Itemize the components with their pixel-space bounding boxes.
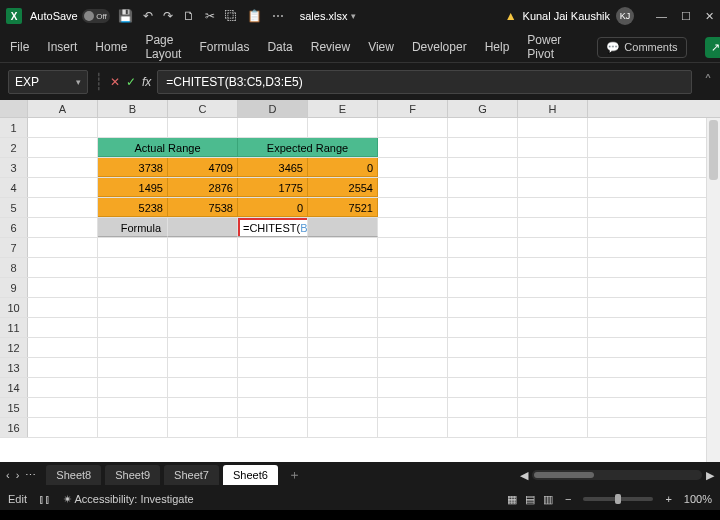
formula-input[interactable]: =CHITEST(B3:C5,D3:E5)	[157, 70, 692, 94]
row-header[interactable]: 8	[0, 258, 28, 277]
sheet-tab[interactable]: Sheet8	[46, 465, 101, 485]
scroll-thumb[interactable]	[709, 120, 718, 180]
close-button[interactable]: ✕	[705, 10, 714, 23]
col-header-c[interactable]: C	[168, 100, 238, 117]
stats-icon[interactable]: ⫿⫿	[39, 493, 51, 505]
share-button[interactable]: ↗	[705, 37, 720, 58]
vertical-scrollbar[interactable]	[706, 118, 720, 462]
minimize-button[interactable]: —	[656, 10, 667, 23]
cell[interactable]: 2554	[308, 178, 378, 197]
tab-insert[interactable]: Insert	[47, 40, 77, 54]
row-header[interactable]: 15	[0, 398, 28, 417]
more-icon[interactable]: ⋯	[272, 9, 284, 23]
comments-button[interactable]: 💬 Comments	[597, 37, 686, 58]
row-header[interactable]: 4	[0, 178, 28, 197]
col-header-f[interactable]: F	[378, 100, 448, 117]
row-header[interactable]: 11	[0, 318, 28, 337]
filename-box[interactable]: sales.xlsx ▾	[300, 10, 357, 22]
select-all-button[interactable]	[0, 100, 28, 117]
zoom-in-button[interactable]: +	[665, 493, 671, 505]
tab-file[interactable]: File	[10, 40, 29, 54]
hscroll-right-button[interactable]: ▶	[706, 469, 714, 482]
redo-icon[interactable]: ↷	[163, 9, 173, 23]
formula-label-cell[interactable]: Formula	[98, 218, 168, 237]
autosave-toggle[interactable]: AutoSave Off	[30, 9, 110, 23]
cancel-formula-button[interactable]: ✕	[110, 75, 120, 89]
zoom-out-button[interactable]: −	[565, 493, 571, 505]
tab-review[interactable]: Review	[311, 40, 350, 54]
copy-icon[interactable]: ⿻	[225, 9, 237, 23]
scroll-thumb[interactable]	[534, 472, 594, 478]
row-header[interactable]: 6	[0, 218, 28, 237]
accessibility-status[interactable]: ✴ Accessibility: Investigate	[63, 493, 194, 506]
tab-home[interactable]: Home	[95, 40, 127, 54]
header-actual[interactable]: Actual Range	[98, 138, 238, 157]
expand-formula-bar-icon[interactable]: ˄	[704, 72, 712, 91]
zoom-slider[interactable]	[583, 497, 653, 501]
row-header[interactable]: 16	[0, 418, 28, 437]
cell[interactable]: 3465	[238, 158, 308, 177]
sheet-tab[interactable]: Sheet7	[164, 465, 219, 485]
add-sheet-button[interactable]: ＋	[288, 466, 301, 484]
col-header-b[interactable]: B	[98, 100, 168, 117]
page-break-view-button[interactable]: ▥	[543, 493, 553, 506]
col-header-g[interactable]: G	[448, 100, 518, 117]
tab-view[interactable]: View	[368, 40, 394, 54]
prev-sheet-button[interactable]: ‹	[6, 469, 10, 482]
next-sheet-button[interactable]: ›	[16, 469, 20, 482]
row-header[interactable]: 2	[0, 138, 28, 157]
cell[interactable]	[28, 118, 98, 137]
paste-icon[interactable]: 📋	[247, 9, 262, 23]
normal-view-button[interactable]: ▦	[507, 493, 517, 506]
cell[interactable]: 5238	[98, 198, 168, 217]
row-header[interactable]: 7	[0, 238, 28, 257]
cell[interactable]: 1495	[98, 178, 168, 197]
horizontal-scrollbar[interactable]	[532, 470, 702, 480]
cell[interactable]: 7521	[308, 198, 378, 217]
user-account[interactable]: ▲ Kunal Jai Kaushik KJ	[505, 7, 634, 25]
zoom-level[interactable]: 100%	[684, 493, 712, 505]
page-layout-view-button[interactable]: ▤	[525, 493, 535, 506]
cell[interactable]: 0	[238, 198, 308, 217]
row-header[interactable]: 10	[0, 298, 28, 317]
col-header-a[interactable]: A	[28, 100, 98, 117]
tab-developer[interactable]: Developer	[412, 40, 467, 54]
cell[interactable]: 7538	[168, 198, 238, 217]
name-box[interactable]: EXP ▾	[8, 70, 88, 94]
tab-help[interactable]: Help	[485, 40, 510, 54]
undo-icon[interactable]: ↶	[143, 9, 153, 23]
sheet-tab[interactable]: Sheet9	[105, 465, 160, 485]
row-header[interactable]: 1	[0, 118, 28, 137]
row-header[interactable]: 14	[0, 378, 28, 397]
enter-formula-button[interactable]: ✓	[126, 75, 136, 89]
cell[interactable]: 2876	[168, 178, 238, 197]
new-file-icon[interactable]: 🗋	[183, 9, 195, 23]
cell[interactable]: 1775	[238, 178, 308, 197]
cut-icon[interactable]: ✂	[205, 9, 215, 23]
cell[interactable]: 3738	[98, 158, 168, 177]
fx-icon[interactable]: fx	[142, 75, 151, 89]
cell[interactable]: 0	[308, 158, 378, 177]
tab-formulas[interactable]: Formulas	[199, 40, 249, 54]
row-header[interactable]: 5	[0, 198, 28, 217]
row-header[interactable]: 3	[0, 158, 28, 177]
formula-result-cell[interactable]: =CHITEST(B3:C5,D3:E5)	[238, 218, 308, 237]
toggle-switch[interactable]: Off	[82, 9, 110, 23]
cell[interactable]: 4709	[168, 158, 238, 177]
col-header-h[interactable]: H	[518, 100, 588, 117]
tab-power-pivot[interactable]: Power Pivot	[527, 33, 561, 61]
header-expected[interactable]: Expected Range	[238, 138, 378, 157]
tab-data[interactable]: Data	[267, 40, 292, 54]
row-header[interactable]: 13	[0, 358, 28, 377]
all-sheets-button[interactable]: ⋯	[25, 469, 36, 482]
row-header[interactable]: 9	[0, 278, 28, 297]
col-header-e[interactable]: E	[308, 100, 378, 117]
row-header[interactable]: 12	[0, 338, 28, 357]
save-icon[interactable]: 💾	[118, 9, 133, 23]
tab-page-layout[interactable]: Page Layout	[145, 33, 181, 61]
maximize-button[interactable]: ☐	[681, 10, 691, 23]
formula-edit-overlay[interactable]: =CHITEST(B3:C5,D3:E5)	[238, 218, 308, 237]
col-header-d[interactable]: D	[238, 100, 308, 117]
hscroll-left-button[interactable]: ◀	[520, 469, 528, 482]
sheet-tab-active[interactable]: Sheet6	[223, 465, 278, 485]
